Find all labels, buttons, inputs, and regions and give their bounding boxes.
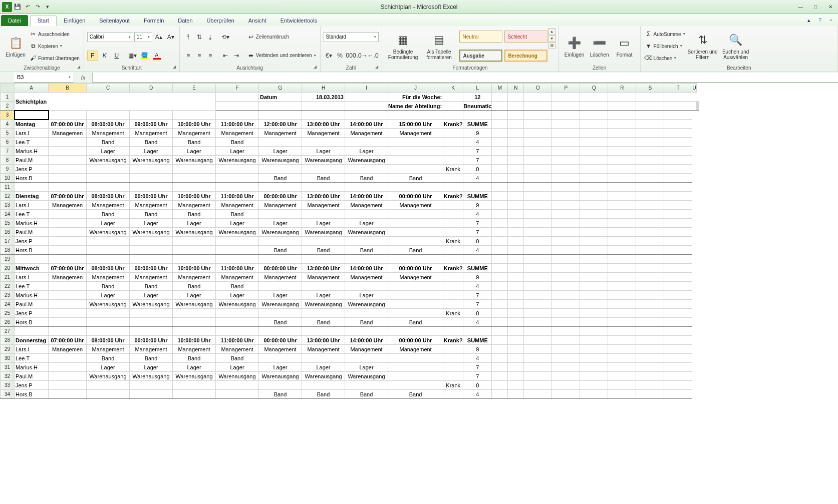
cell[interactable]: Lager — [87, 363, 130, 372]
cell[interactable] — [524, 300, 552, 309]
cell[interactable] — [173, 255, 216, 264]
cell[interactable] — [636, 147, 664, 156]
formula-bar[interactable] — [92, 73, 838, 83]
cell[interactable] — [524, 363, 552, 372]
cell[interactable]: Krank? — [443, 192, 463, 201]
cell[interactable]: Band — [130, 354, 173, 363]
cell[interactable] — [636, 336, 664, 345]
minimize-button[interactable]: — — [793, 2, 808, 12]
cell[interactable] — [508, 201, 524, 210]
cell[interactable] — [492, 120, 508, 129]
cell[interactable] — [492, 327, 508, 336]
cell[interactable] — [636, 381, 664, 390]
cell[interactable] — [664, 336, 692, 345]
cell[interactable]: Band — [388, 390, 443, 399]
cell[interactable] — [49, 228, 87, 237]
row-header-26[interactable]: 26 — [1, 318, 15, 327]
cell[interactable]: Warenausgang — [345, 156, 388, 165]
cell[interactable] — [636, 390, 664, 399]
cell[interactable] — [388, 291, 443, 300]
cell[interactable] — [443, 300, 463, 309]
styles-down-icon[interactable]: ▾ — [548, 35, 555, 42]
cell[interactable] — [524, 120, 552, 129]
cell[interactable]: 07:00:00 Uhr — [49, 336, 87, 345]
cell[interactable]: Band — [259, 174, 302, 183]
dialog-launcher-icon[interactable]: ◢ — [374, 65, 380, 71]
cell[interactable] — [216, 255, 259, 264]
cell[interactable] — [443, 291, 463, 300]
cell[interactable] — [443, 219, 463, 228]
find-select-button[interactable]: 🔍Suchen und Auswählen — [719, 28, 752, 64]
cell[interactable]: Management — [345, 345, 388, 354]
cell[interactable] — [664, 129, 692, 138]
cell[interactable]: Management — [259, 345, 302, 354]
row-header-31[interactable]: 31 — [1, 363, 15, 372]
cell[interactable] — [508, 102, 524, 111]
cell[interactable] — [580, 327, 608, 336]
cell[interactable]: Krank — [443, 381, 463, 390]
cell[interactable] — [664, 111, 692, 120]
cell[interactable]: 7 — [463, 228, 492, 237]
col-header-O[interactable]: O — [524, 84, 552, 93]
cell[interactable] — [492, 192, 508, 201]
sort-filter-button[interactable]: ⇅Sortieren und Filtern — [686, 28, 719, 64]
cell[interactable]: Management — [173, 201, 216, 210]
cell[interactable]: Lager — [345, 147, 388, 156]
cell[interactable] — [524, 390, 552, 399]
cell[interactable]: Management — [388, 345, 443, 354]
cell[interactable] — [552, 228, 580, 237]
row-header-16[interactable]: 16 — [1, 228, 15, 237]
row-header-23[interactable]: 23 — [1, 291, 15, 300]
cell[interactable]: Band — [259, 390, 302, 399]
cell[interactable]: Warenausgang — [173, 156, 216, 165]
cell[interactable]: Band — [302, 390, 345, 399]
cell[interactable] — [608, 156, 636, 165]
cell[interactable]: Paul.M — [15, 372, 49, 381]
select-all-corner[interactable] — [1, 84, 15, 93]
undo-icon[interactable]: ↶ — [23, 3, 32, 12]
cell[interactable] — [302, 282, 345, 291]
cell[interactable] — [664, 183, 692, 192]
cell[interactable] — [608, 327, 636, 336]
merge-center-button[interactable]: ⬌Verbinden und zentrieren▾ — [246, 51, 317, 61]
cell[interactable] — [130, 381, 173, 390]
cell[interactable] — [552, 129, 580, 138]
tab-entwicklertools[interactable]: Entwicklertools — [273, 15, 324, 26]
cell[interactable] — [664, 354, 692, 363]
cell[interactable]: Warenausgang — [130, 228, 173, 237]
cell[interactable]: 7 — [463, 300, 492, 309]
decrease-decimal-icon[interactable]: ←.0 — [368, 51, 379, 61]
cell[interactable]: 11:00:00 Uhr — [216, 264, 259, 273]
cell[interactable] — [664, 165, 692, 174]
cell[interactable]: Band — [345, 174, 388, 183]
col-header-G[interactable]: G — [259, 84, 302, 93]
cell[interactable] — [508, 372, 524, 381]
cell[interactable] — [552, 327, 580, 336]
paste-button[interactable]: 📋 Einfügen — [3, 28, 28, 64]
cell[interactable] — [388, 372, 443, 381]
cell[interactable] — [524, 336, 552, 345]
cell[interactable]: Band — [130, 138, 173, 147]
cell[interactable] — [524, 345, 552, 354]
cell[interactable] — [580, 363, 608, 372]
cell[interactable] — [508, 183, 524, 192]
font-name-dropdown[interactable]: Calibri▾ — [87, 32, 133, 42]
cell[interactable] — [636, 174, 664, 183]
cell[interactable] — [664, 363, 692, 372]
cell[interactable] — [508, 111, 524, 120]
cell[interactable] — [130, 183, 173, 192]
cell[interactable]: Krank — [443, 165, 463, 174]
row-header-18[interactable]: 18 — [1, 246, 15, 255]
row-header-4[interactable]: 4 — [1, 120, 15, 129]
cell[interactable] — [552, 138, 580, 147]
cell[interactable] — [524, 309, 552, 318]
align-center-icon[interactable]: ≡ — [194, 51, 205, 61]
cell[interactable] — [608, 192, 636, 201]
cell[interactable] — [508, 255, 524, 264]
cell[interactable] — [580, 372, 608, 381]
cell[interactable] — [552, 354, 580, 363]
help-icon[interactable]: ? — [816, 16, 824, 24]
cell[interactable] — [345, 237, 388, 246]
cell[interactable] — [608, 201, 636, 210]
tab-seitenlayout[interactable]: Seitenlayout — [92, 15, 137, 26]
